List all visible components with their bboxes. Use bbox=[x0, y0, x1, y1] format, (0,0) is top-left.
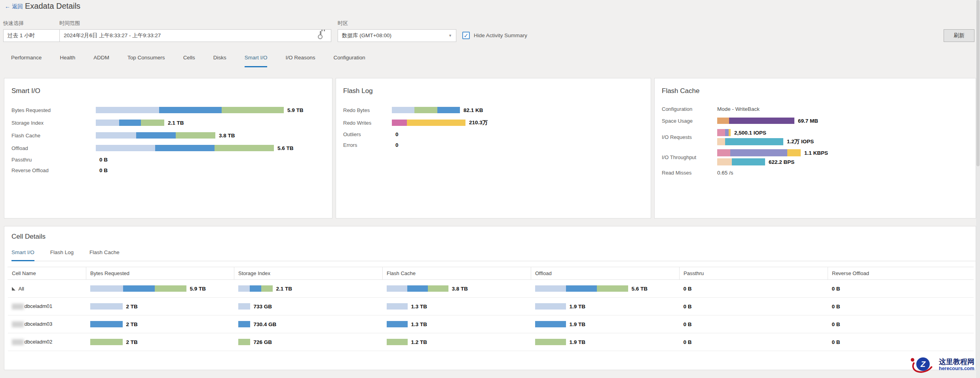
stacked-bar bbox=[96, 120, 164, 126]
column-header[interactable]: Cell Name bbox=[8, 267, 86, 280]
metric-row: Bytes Requested5.9 TB bbox=[4, 104, 332, 116]
metric-row: ConfigurationMode - WriteBack bbox=[655, 104, 976, 114]
metric-value: 0 B bbox=[684, 304, 692, 310]
column-header[interactable]: Reverse Offload bbox=[828, 267, 974, 280]
metric-value: 0 bbox=[395, 131, 399, 137]
back-link[interactable]: ←返回 bbox=[5, 3, 23, 10]
tab-disks[interactable]: Disks bbox=[213, 55, 226, 67]
metric-row: Passthru0 B bbox=[4, 154, 332, 165]
tab-i-o-reasons[interactable]: I/O Reasons bbox=[285, 55, 315, 67]
metric-value: 1.3 TB bbox=[411, 304, 427, 310]
column-header[interactable]: Bytes Requested bbox=[86, 267, 234, 280]
cell-name: dbceladm02 bbox=[8, 333, 86, 351]
metric-value: 622.2 BPS bbox=[769, 159, 794, 165]
metric-row: I/O Throughput1.1 KBPS622.2 BPS bbox=[655, 147, 976, 167]
metric-row: Space Usage69.7 MB bbox=[655, 114, 976, 127]
calendar-icon[interactable] bbox=[320, 32, 329, 40]
column-header[interactable]: Passthru bbox=[680, 267, 828, 280]
scrollbar-thumb[interactable] bbox=[976, 0, 980, 166]
watermark-site-name: 这里教程网 bbox=[939, 358, 974, 366]
bar-segment bbox=[90, 285, 123, 292]
cell-name: All bbox=[8, 280, 86, 298]
table-cell: 1.3 TB bbox=[383, 315, 531, 333]
table-cell: 1.3 TB bbox=[383, 298, 531, 315]
column-header[interactable]: Flash Cache bbox=[383, 267, 531, 280]
bar-segment bbox=[90, 321, 123, 327]
table-row: dbceladm032 TB730.4 GB1.3 TB1.9 TB0 B0 B bbox=[8, 315, 974, 333]
page-header: ←返回 Exadata Details bbox=[0, 0, 980, 13]
metric-value: 0 B bbox=[99, 167, 108, 173]
bar-segment bbox=[729, 129, 731, 136]
cell-details-tab-flash-cache[interactable]: Flash Cache bbox=[89, 249, 120, 261]
cell-details-tab-flash-log[interactable]: Flash Log bbox=[50, 249, 74, 261]
tab-configuration[interactable]: Configuration bbox=[333, 55, 365, 67]
collapse-triangle-icon[interactable] bbox=[12, 287, 15, 291]
metric-label: I/O Requests bbox=[662, 134, 717, 140]
metric-value: 1.9 TB bbox=[570, 304, 586, 310]
redacted-prefix bbox=[12, 339, 24, 345]
metric-value: 5.9 TB bbox=[190, 286, 206, 292]
bar-segment bbox=[717, 149, 730, 156]
hide-activity-checkbox[interactable]: ✓ bbox=[462, 32, 470, 39]
bar-segment bbox=[119, 120, 141, 126]
bar-segment bbox=[238, 285, 250, 292]
stacked-bar bbox=[90, 285, 186, 292]
refresh-button[interactable]: 刷新 bbox=[944, 29, 974, 42]
tab-cells[interactable]: Cells bbox=[183, 55, 195, 67]
stacked-bar bbox=[535, 339, 566, 345]
bar-segment bbox=[717, 138, 725, 145]
table-cell: 5.9 TB bbox=[86, 280, 234, 298]
bar-segment bbox=[428, 285, 448, 292]
watermark-site-url: herecours.com bbox=[939, 366, 974, 371]
metric-label: Space Usage bbox=[662, 118, 717, 124]
bar-segment bbox=[407, 285, 428, 292]
stacked-bar bbox=[717, 138, 783, 145]
table-cell: 733 GB bbox=[234, 298, 383, 315]
stacked-bar bbox=[387, 303, 408, 310]
bar-segment bbox=[407, 120, 465, 126]
table-cell: 1.9 TB bbox=[531, 298, 680, 315]
metric-value: 2.1 TB bbox=[168, 120, 184, 126]
tab-performance[interactable]: Performance bbox=[11, 55, 42, 67]
tab-health[interactable]: Health bbox=[60, 55, 75, 67]
metric-value: 0 B bbox=[99, 157, 108, 163]
column-header[interactable]: Offload bbox=[531, 267, 680, 280]
page-scrollbar[interactable] bbox=[976, 0, 980, 378]
column-header[interactable]: Storage Index bbox=[234, 267, 383, 280]
bar-segment bbox=[90, 303, 123, 310]
tab-addm[interactable]: ADDM bbox=[93, 55, 109, 67]
table-cell: 0 B bbox=[680, 298, 828, 315]
bar-segment bbox=[729, 118, 794, 124]
metric-value: 1.2 TB bbox=[411, 339, 427, 345]
bar-segment bbox=[90, 339, 123, 345]
tab-top-consumers[interactable]: Top Consumers bbox=[127, 55, 165, 67]
metric-label: Configuration bbox=[662, 106, 717, 112]
bar-segment bbox=[155, 145, 215, 151]
bar-segment bbox=[96, 132, 136, 139]
time-range-input[interactable]: 2024年2月6日 上午8:33:27 - 上午9:33:27 bbox=[59, 29, 331, 42]
bar-segment bbox=[535, 285, 566, 292]
metric-value: 0 B bbox=[832, 304, 840, 310]
metric-value: 3.8 TB bbox=[219, 133, 235, 139]
timezone-dropdown[interactable]: 数据库 (GMT+08:00) ▼ bbox=[338, 29, 456, 42]
tab-smart-i-o[interactable]: Smart I/O bbox=[245, 55, 268, 67]
bar-segment bbox=[238, 339, 250, 345]
main-tabs: PerformanceHealthADDMTop ConsumersCellsD… bbox=[11, 55, 365, 67]
bar-segment bbox=[717, 118, 729, 124]
metric-value: 82.1 KB bbox=[463, 107, 483, 113]
metric-value: 69.7 MB bbox=[798, 118, 818, 124]
metric-value: 1.3 TB bbox=[411, 321, 427, 327]
metric-row: Redo Writes210.3万 bbox=[336, 116, 651, 129]
metric-value: 2 TB bbox=[126, 321, 138, 327]
smart-io-card: Smart I/O Bytes Requested5.9 TBStorage I… bbox=[4, 78, 332, 218]
bar-segment bbox=[535, 339, 566, 345]
cell-details-tab-smart-i-o[interactable]: Smart I/O bbox=[11, 249, 34, 261]
table-cell: 1.9 TB bbox=[531, 333, 680, 351]
metric-value: 1.1 KBPS bbox=[804, 150, 828, 156]
bar-segment bbox=[535, 321, 566, 327]
metric-value: 0 B bbox=[832, 286, 840, 292]
stacked-bar bbox=[717, 149, 801, 156]
metric-value: 1.9 TB bbox=[570, 339, 586, 345]
metric-label: Bytes Requested bbox=[11, 107, 96, 113]
stacked-bar bbox=[387, 339, 408, 345]
